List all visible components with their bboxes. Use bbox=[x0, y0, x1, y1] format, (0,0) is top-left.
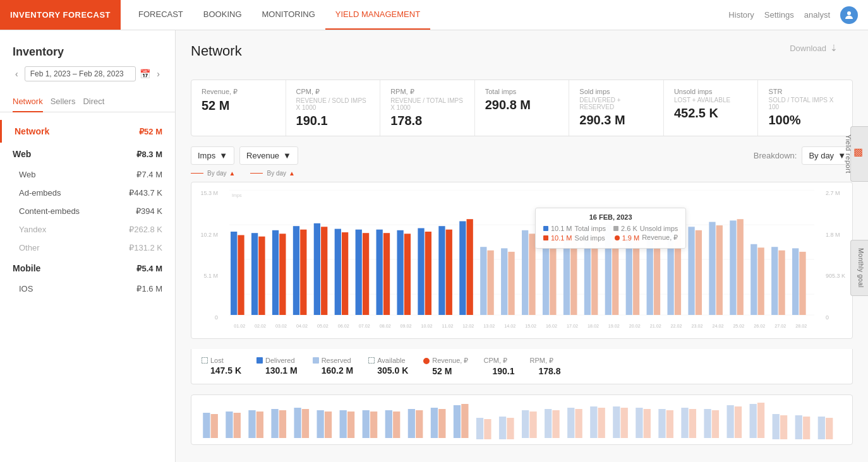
svg-rect-91 bbox=[203, 413, 210, 438]
sidebar-tab-sellers[interactable]: Sellers bbox=[51, 92, 76, 112]
svg-rect-124 bbox=[576, 409, 582, 438]
sidebar-group-mobile[interactable]: Mobile ₽5.4 M bbox=[0, 257, 175, 280]
download-button[interactable]: Download ⇣ bbox=[790, 43, 838, 53]
svg-rect-107 bbox=[385, 410, 392, 438]
y-label-1: 10.2 M bbox=[194, 232, 218, 238]
stat-rpm-label: RPM, ₽ bbox=[390, 88, 464, 96]
section-title: Network bbox=[191, 43, 242, 59]
nav-yield-management[interactable]: YIELD MANAGEMENT bbox=[325, 0, 430, 30]
svg-point-0 bbox=[847, 11, 851, 15]
svg-rect-33 bbox=[508, 252, 514, 315]
svg-text:01.02: 01.02 bbox=[234, 323, 245, 329]
sidebar-item-web[interactable]: Web ₽7.4 M bbox=[0, 165, 175, 184]
stat-cpm-sublabel: REVENUE / SOLD IMPS X 1000 bbox=[296, 97, 370, 111]
svg-rect-61 bbox=[799, 252, 805, 315]
sidebar-item-ios[interactable]: IOS ₽1.6 M bbox=[0, 280, 175, 298]
stat-total-imps-label: Total imps bbox=[485, 88, 559, 95]
legend-reserved: Reserved 160.2 M bbox=[313, 357, 354, 376]
y-axis-right: 2.7 M 1.8 M 905.3 K 0 bbox=[826, 190, 850, 321]
svg-text:16.02: 16.02 bbox=[546, 323, 557, 329]
svg-rect-123 bbox=[567, 408, 574, 438]
svg-rect-26 bbox=[438, 226, 445, 315]
sidebar-tab-direct[interactable]: Direct bbox=[83, 92, 104, 112]
svg-rect-102 bbox=[325, 412, 332, 438]
stats-row: Revenue, ₽ 52 M CPM, ₽ REVENUE / SOLD IM… bbox=[191, 80, 853, 136]
settings-link[interactable]: Settings bbox=[764, 10, 794, 20]
svg-text:03.02: 03.02 bbox=[275, 323, 287, 329]
svg-rect-54 bbox=[730, 220, 736, 315]
svg-text:04.02: 04.02 bbox=[296, 323, 308, 329]
svg-rect-92 bbox=[211, 414, 218, 438]
svg-rect-133 bbox=[681, 408, 688, 438]
svg-text:11.02: 11.02 bbox=[442, 323, 453, 329]
svg-rect-44 bbox=[626, 226, 632, 315]
stat-sold-imps-sublabel: DELIVERED + RESERVED bbox=[579, 97, 653, 110]
revenue-dropdown[interactable]: Revenue ▼ bbox=[239, 146, 298, 165]
svg-text:26.02: 26.02 bbox=[754, 323, 765, 329]
calendar-icon[interactable]: 📅 bbox=[140, 69, 150, 79]
svg-rect-95 bbox=[248, 410, 255, 438]
date-prev-button[interactable]: ‹ bbox=[13, 68, 21, 80]
legend-rpm-label: RPM, ₽ bbox=[529, 357, 553, 365]
svg-rect-103 bbox=[340, 410, 347, 438]
date-range-control: ‹ Feb 1, 2023 – Feb 28, 2023 📅 › bbox=[0, 66, 175, 92]
legend-lost-label: Lost bbox=[210, 357, 224, 364]
svg-text:20.02: 20.02 bbox=[629, 323, 641, 329]
svg-rect-51 bbox=[696, 230, 702, 315]
revenue-icon bbox=[422, 356, 431, 365]
nav-monitoring[interactable]: MONITORING bbox=[252, 0, 325, 30]
sidebar-group-web[interactable]: Web ₽8.3 M bbox=[0, 143, 175, 165]
svg-text:25.02: 25.02 bbox=[733, 323, 744, 329]
yandex-value: ₽262.8 K bbox=[129, 225, 162, 234]
svg-rect-128 bbox=[621, 408, 628, 438]
sidebar-tabs: Network Sellers Direct bbox=[0, 92, 175, 112]
imps-dropdown[interactable]: Imps ▼ bbox=[191, 146, 234, 165]
svg-rect-135 bbox=[704, 409, 711, 438]
svg-rect-13 bbox=[300, 230, 306, 315]
web-group-label: Web bbox=[13, 149, 31, 159]
sidebar-item-ad-embeds[interactable]: Ad-embeds ₽443.7 K bbox=[0, 184, 175, 202]
history-link[interactable]: History bbox=[728, 10, 754, 20]
y-right-label-2: 905.3 K bbox=[826, 273, 850, 279]
stat-str-sublabel: SOLD / TOTAL IMPS X 100 bbox=[768, 97, 842, 110]
sidebar-item-content-embeds[interactable]: Content-embeds ₽394 K bbox=[0, 202, 175, 220]
svg-rect-100 bbox=[302, 409, 309, 438]
date-next-button[interactable]: › bbox=[154, 68, 162, 80]
stat-cpm: CPM, ₽ REVENUE / SOLD IMPS X 1000 190.1 bbox=[286, 80, 381, 136]
legend-lost-value: 147.5 K bbox=[202, 365, 241, 376]
sidebar-item-yandex[interactable]: Yandex ₽262.8 K bbox=[0, 220, 175, 239]
svg-rect-59 bbox=[778, 251, 785, 315]
other-value: ₽131.2 K bbox=[129, 243, 162, 252]
svg-rect-11 bbox=[279, 234, 286, 315]
nav-forecast[interactable]: FORECAST bbox=[128, 0, 193, 30]
y-right-label-3: 0 bbox=[826, 314, 850, 321]
svg-rect-38 bbox=[564, 226, 570, 315]
legend-cpm-label: CPM, ₽ bbox=[483, 357, 507, 365]
breakdown-control: Breakdown: By day ▼ bbox=[754, 146, 853, 165]
svg-rect-30 bbox=[480, 247, 486, 315]
svg-rect-25 bbox=[425, 232, 431, 315]
sidebar-tab-network[interactable]: Network bbox=[13, 92, 43, 112]
svg-text:24.02: 24.02 bbox=[712, 323, 723, 329]
network-value: ₽52 M bbox=[139, 127, 162, 136]
svg-rect-19 bbox=[363, 233, 369, 315]
sub-toggle-imps-icon: ▲ bbox=[229, 170, 236, 177]
sidebar-group-network[interactable]: Network ₽52 M bbox=[0, 120, 175, 143]
svg-rect-43 bbox=[612, 228, 618, 316]
stat-rpm: RPM, ₽ REVENUE / TOTAL IMPS X 1000 178.8 bbox=[380, 80, 475, 136]
date-range-text[interactable]: Feb 1, 2023 – Feb 28, 2023 bbox=[25, 66, 136, 81]
sub-toggle-imps[interactable]: By day ▲ bbox=[191, 170, 235, 177]
stat-str: STR SOLD / TOTAL IMPS X 100 100% bbox=[758, 80, 852, 136]
sidebar-item-other[interactable]: Other ₽131.2 K bbox=[0, 239, 175, 257]
yandex-label: Yandex bbox=[19, 225, 46, 234]
yield-report-tab[interactable]: ▩ Yield report bbox=[850, 126, 868, 182]
svg-rect-143 bbox=[795, 415, 802, 439]
sub-toggle-revenue[interactable]: By day ▲ bbox=[250, 170, 294, 177]
svg-rect-116 bbox=[484, 419, 491, 439]
monthly-goal-tab[interactable]: Monthly goal bbox=[850, 240, 868, 296]
svg-rect-9 bbox=[258, 237, 265, 315]
legend-revenue: Revenue, ₽ 52 M bbox=[423, 357, 468, 376]
avatar[interactable] bbox=[840, 6, 858, 24]
nav-booking[interactable]: BOOKING bbox=[193, 0, 252, 30]
svg-rect-46 bbox=[647, 227, 653, 315]
